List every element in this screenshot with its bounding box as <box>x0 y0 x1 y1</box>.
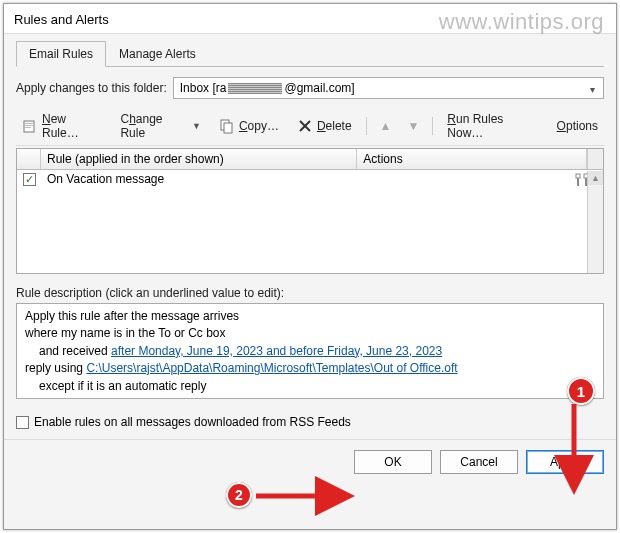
template-path-link[interactable]: C:\Users\rajst\AppData\Roaming\Microsoft… <box>86 361 457 375</box>
svg-rect-2 <box>25 125 33 126</box>
desc-line4-prefix: reply using <box>25 361 86 375</box>
svg-rect-8 <box>576 174 580 178</box>
svg-rect-1 <box>25 123 33 124</box>
delete-button[interactable]: Delete <box>293 116 356 136</box>
desc-line2: where my name is in the To or Cc box <box>25 325 595 342</box>
apply-button[interactable]: Apply <box>526 450 604 474</box>
col-checkbox <box>17 149 41 169</box>
rss-checkbox[interactable] <box>16 416 29 429</box>
desc-line1: Apply this rule after the message arrive… <box>25 308 595 325</box>
tab-email-rules[interactable]: Email Rules <box>16 41 106 67</box>
dialog-buttons: OK Cancel Apply <box>4 439 616 484</box>
rule-name: On Vacation message <box>41 170 367 188</box>
redacted-text <box>228 83 282 94</box>
folder-label: Apply changes to this folder: <box>16 81 167 95</box>
folder-value-suffix: @gmail.com] <box>284 81 354 95</box>
tabstrip: Email Rules Manage Alerts <box>16 40 604 67</box>
ok-button[interactable]: OK <box>354 450 432 474</box>
toolbar: New Rule… Change Rule▼ Copy… Delete ▲ ▼ <box>16 107 604 146</box>
separator <box>432 117 433 135</box>
rule-actions-icons <box>367 170 603 189</box>
col-actions-header[interactable]: Actions <box>357 149 587 169</box>
col-rule-header[interactable]: Rule (applied in the order shown) <box>41 149 357 169</box>
svg-rect-5 <box>224 123 232 133</box>
desc-line3-prefix: and received <box>39 344 111 358</box>
svg-rect-0 <box>24 121 34 132</box>
copy-icon <box>219 118 235 134</box>
annotation-arrow-2 <box>252 486 352 510</box>
rules-and-alerts-dialog: Rules and Alerts www.wintips.org Email R… <box>3 3 617 530</box>
rss-label: Enable rules on all messages downloaded … <box>34 415 351 429</box>
move-up-button[interactable]: ▲ <box>377 119 395 133</box>
change-rule-button[interactable]: Change Rule▼ <box>116 110 204 142</box>
grid-scrollbar[interactable]: ▲ <box>587 171 603 273</box>
rule-checkbox[interactable]: ✓ <box>23 173 36 186</box>
chevron-down-icon: ▾ <box>585 82 599 96</box>
window-title: Rules and Alerts <box>4 4 616 34</box>
delete-icon <box>297 118 313 134</box>
folder-dropdown[interactable]: Inbox [ra @gmail.com] ▾ <box>173 77 604 99</box>
svg-rect-9 <box>577 178 579 186</box>
annotation-badge-2: 2 <box>226 482 252 508</box>
scroll-up-icon[interactable]: ▲ <box>588 171 603 185</box>
description-label: Rule description (click an underlined va… <box>16 286 604 300</box>
desc-line5: except if it is an automatic reply <box>25 378 595 395</box>
move-down-button[interactable]: ▼ <box>404 119 422 133</box>
rules-grid: Rule (applied in the order shown) Action… <box>16 148 604 274</box>
cancel-button[interactable]: Cancel <box>440 450 518 474</box>
separator <box>366 117 367 135</box>
svg-rect-3 <box>25 127 31 128</box>
tab-manage-alerts[interactable]: Manage Alerts <box>106 41 209 67</box>
scroll-header-gap <box>587 149 603 169</box>
folder-value-prefix: Inbox [ra <box>180 81 227 95</box>
run-rules-now-button[interactable]: Run Rules Now… <box>443 110 542 142</box>
options-button[interactable]: Options <box>553 117 602 135</box>
copy-button[interactable]: Copy… <box>215 116 283 136</box>
new-rule-icon <box>22 118 38 134</box>
table-row[interactable]: ✓ On Vacation message <box>17 170 603 189</box>
description-box: Apply this rule after the message arrive… <box>16 303 604 399</box>
new-rule-button[interactable]: New Rule… <box>18 110 106 142</box>
dropdown-icon: ▼ <box>192 121 201 131</box>
date-range-link[interactable]: after Monday, June 19, 2023 and before F… <box>111 344 442 358</box>
